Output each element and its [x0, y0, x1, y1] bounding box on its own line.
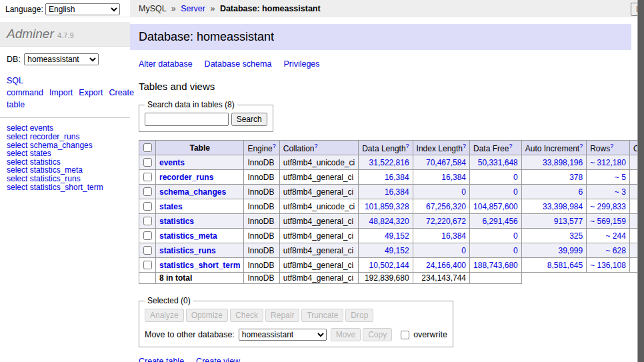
index-length-link[interactable]: 67,256,320 [426, 202, 466, 211]
data-free-link[interactable]: 104,857,600 [473, 202, 518, 211]
index-length-link[interactable]: 16,384 [441, 173, 466, 182]
table-link-states[interactable]: states [159, 202, 183, 211]
data-free-link[interactable]: 0 [513, 231, 518, 241]
auto-increment-link[interactable]: 378 [569, 173, 583, 182]
row-checkbox[interactable] [143, 246, 152, 255]
select-all-checkbox[interactable] [143, 143, 152, 152]
row-checkbox[interactable] [143, 173, 152, 181]
select-recorder-runs-link[interactable]: select recorder_runs [7, 133, 125, 141]
table-link-schema-changes[interactable]: schema_changes [159, 187, 226, 197]
rows-link[interactable]: ~ 628 [606, 246, 626, 255]
rows-link[interactable]: ~ 3 [615, 187, 626, 197]
column-help-link[interactable]: ? [463, 143, 466, 149]
column-help-link[interactable]: ? [610, 143, 613, 149]
privileges-link[interactable]: Privileges [283, 59, 319, 69]
table-link-statistics[interactable]: statistics [159, 217, 194, 226]
data-length-link[interactable]: 16,384 [385, 187, 409, 197]
drop-button[interactable]: Drop [345, 309, 373, 322]
data-length-link[interactable]: 16,384 [385, 173, 409, 182]
rows-link[interactable]: ~ 5 [615, 173, 626, 182]
rows-link[interactable]: ~ 244 [606, 231, 626, 241]
index-length-link[interactable]: 70,467,584 [426, 158, 466, 167]
data-free-link[interactable]: 0 [513, 246, 518, 255]
table-link-events[interactable]: events [159, 158, 185, 167]
col-header-label: Data Free [473, 144, 509, 153]
import-link[interactable]: Import [49, 88, 73, 97]
auto-increment-link[interactable]: 6 [578, 187, 583, 197]
sql-command-link[interactable]: SQL command [7, 76, 43, 97]
rows-link[interactable]: ~ 299,833 [590, 202, 626, 211]
breadcrumb-mysql-link[interactable]: MySQL [139, 4, 166, 13]
vertical-scrollbar[interactable] [637, 0, 644, 362]
table-link-recorder-runs[interactable]: recorder_runs [159, 173, 213, 182]
index-length-link[interactable]: 0 [461, 187, 466, 197]
data-free-cell: 104,857,600 [470, 199, 522, 214]
check-button[interactable]: Check [230, 309, 263, 322]
row-checkbox[interactable] [143, 231, 152, 240]
repair-button[interactable]: Repair [265, 309, 299, 322]
col-header-engine: Engine? [244, 141, 279, 155]
row-checkbox[interactable] [143, 202, 152, 211]
rows-link[interactable]: ~ 136,108 [590, 261, 626, 270]
alter-database-link[interactable]: Alter database [139, 59, 193, 69]
auto-increment-link[interactable]: 913,577 [554, 217, 583, 226]
data-length-link[interactable]: 10,502,144 [369, 261, 409, 270]
move-db-select[interactable]: homeassistant [239, 329, 327, 341]
table-link-statistics-runs[interactable]: statistics_runs [159, 246, 216, 255]
copy-button[interactable]: Copy [363, 328, 392, 341]
column-help-link[interactable]: ? [509, 143, 512, 149]
index-length-link[interactable]: 16,384 [441, 231, 466, 241]
analyze-button[interactable]: Analyze [145, 309, 184, 322]
overwrite-checkbox[interactable] [401, 331, 409, 339]
row-checkbox[interactable] [143, 261, 152, 269]
row-checkbox[interactable] [143, 187, 152, 196]
auto-increment-link[interactable]: 39,999 [558, 246, 583, 255]
select-states-link[interactable]: select states [7, 149, 125, 158]
select-statistics-runs-link[interactable]: select statistics_runs [7, 175, 125, 183]
move-button[interactable]: Move [331, 328, 361, 341]
auto-increment-link[interactable]: 8,581,645 [547, 261, 583, 270]
data-length-link[interactable]: 49,152 [385, 246, 409, 255]
overwrite-label[interactable]: overwrite [398, 329, 447, 341]
index-length-link[interactable]: 24,166,400 [426, 261, 466, 270]
index-length-link[interactable]: 0 [461, 246, 466, 255]
optimize-button[interactable]: Optimize [186, 309, 228, 322]
search-input[interactable] [145, 113, 229, 126]
data-length-link[interactable]: 101,859,328 [365, 202, 409, 211]
auto-increment-link[interactable]: 33,398,984 [543, 202, 583, 211]
move-label: Move to other database: [145, 330, 235, 339]
scrollbar-thumb[interactable] [638, 0, 644, 362]
data-length-link[interactable]: 48,824,320 [369, 217, 409, 226]
auto-increment-link[interactable]: 325 [569, 231, 583, 241]
auto-increment-link[interactable]: 33,898,196 [543, 158, 583, 167]
data-free-link[interactable]: 0 [513, 187, 518, 197]
export-link[interactable]: Export [79, 88, 103, 97]
language-select[interactable]: English [45, 3, 120, 15]
db-select[interactable]: homeassistant [24, 53, 99, 65]
column-help-link[interactable]: ? [273, 143, 276, 149]
create-view-link[interactable]: Create view [196, 357, 240, 362]
data-length-link[interactable]: 31,522,816 [369, 158, 409, 167]
rows-link[interactable]: ~ 569,159 [590, 217, 626, 226]
column-help-link[interactable]: ? [579, 143, 583, 149]
data-free-link[interactable]: 188,743,680 [473, 261, 518, 270]
database-schema-link[interactable]: Database schema [205, 59, 272, 69]
select-statistics-short-term-link[interactable]: select statistics_short_term [7, 183, 125, 192]
row-checkbox[interactable] [143, 158, 152, 167]
col-header-label: Data Length [362, 144, 405, 153]
breadcrumb-server-link[interactable]: Server [181, 4, 205, 13]
rows-link[interactable]: ~ 312,180 [590, 158, 626, 167]
data-free-link[interactable]: 6,291,456 [482, 217, 517, 226]
column-help-link[interactable]: ? [406, 143, 409, 149]
truncate-button[interactable]: Truncate [301, 309, 343, 322]
index-length-link[interactable]: 72,220,672 [426, 217, 466, 226]
table-link-statistics-short-term[interactable]: statistics_short_term [159, 261, 240, 270]
column-help-link[interactable]: ? [314, 143, 317, 149]
search-button[interactable]: Search [231, 113, 267, 126]
data-free-link[interactable]: 0 [513, 173, 518, 182]
data-free-link[interactable]: 50,331,648 [478, 158, 518, 167]
data-length-link[interactable]: 49,152 [385, 231, 409, 241]
table-link-statistics-meta[interactable]: statistics_meta [159, 231, 217, 241]
create-table-link[interactable]: Create table [139, 357, 184, 362]
row-checkbox[interactable] [143, 217, 152, 225]
